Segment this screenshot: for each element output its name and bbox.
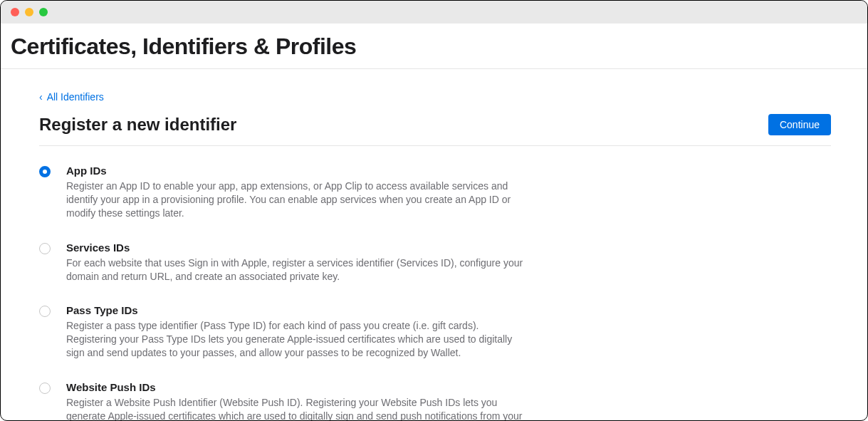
- close-icon[interactable]: [11, 8, 19, 16]
- option-desc: Register a pass type identifier (Pass Ty…: [66, 319, 529, 360]
- option-title: Pass Type IDs: [66, 304, 529, 316]
- option-title: Website Push IDs: [66, 381, 529, 393]
- option-title: App IDs: [66, 165, 529, 177]
- back-link-all-identifiers[interactable]: ‹ All Identifiers: [39, 91, 104, 103]
- option-desc: For each website that uses Sign in with …: [66, 256, 529, 284]
- option-app-ids: App IDs Register an App ID to enable you…: [39, 165, 831, 220]
- option-desc: Register an App ID to enable your app, a…: [66, 180, 529, 220]
- page-title: Certificates, Identifiers & Profiles: [11, 33, 857, 60]
- minimize-icon[interactable]: [25, 8, 33, 16]
- radio-pass-type-ids[interactable]: [39, 306, 51, 317]
- radio-services-ids[interactable]: [39, 243, 51, 254]
- section-title: Register a new identifier: [39, 115, 236, 135]
- section-header: Register a new identifier Continue: [39, 114, 831, 146]
- radio-app-ids[interactable]: [39, 166, 51, 177]
- window-titlebar: [1, 1, 867, 24]
- identifier-options-list: App IDs Register an App ID to enable you…: [39, 146, 831, 421]
- maximize-icon[interactable]: [39, 8, 48, 16]
- option-services-ids: Services IDs For each website that uses …: [39, 241, 831, 284]
- page-header: Certificates, Identifiers & Profiles: [1, 24, 867, 69]
- continue-button[interactable]: Continue: [768, 114, 831, 135]
- back-link-label: All Identifiers: [47, 91, 104, 103]
- chevron-left-icon: ‹: [39, 92, 43, 102]
- content-area: ‹ All Identifiers Register a new identif…: [1, 69, 849, 421]
- option-pass-type-ids: Pass Type IDs Register a pass type ident…: [39, 304, 831, 360]
- window-frame: Certificates, Identifiers & Profiles ‹ A…: [0, 0, 868, 421]
- option-title: Services IDs: [66, 241, 529, 254]
- option-website-push-ids: Website Push IDs Register a Website Push…: [39, 381, 831, 421]
- option-desc: Register a Website Push Identifier (Webs…: [66, 396, 529, 421]
- radio-website-push-ids[interactable]: [39, 383, 51, 394]
